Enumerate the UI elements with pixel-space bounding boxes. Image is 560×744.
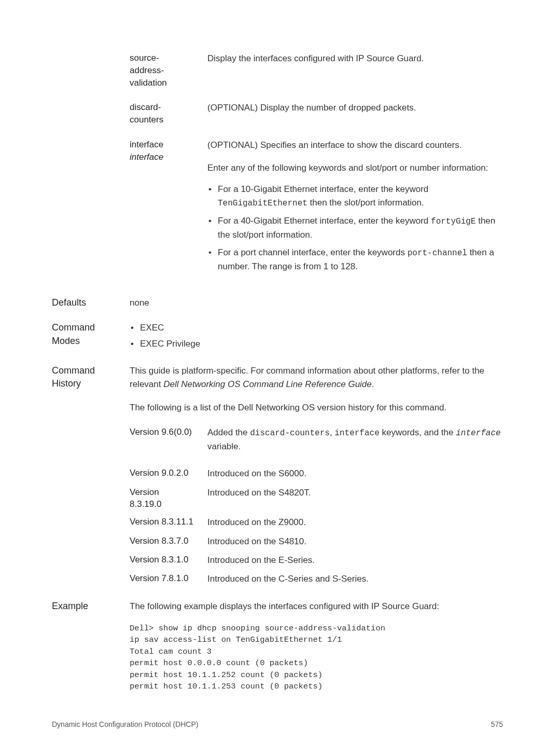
command-history-content: This guide is platform-specific. For com… bbox=[130, 364, 503, 586]
version-row: Version 8.3.19.0 Introduced on the S4820… bbox=[130, 486, 503, 511]
footer-page-number: 575 bbox=[491, 720, 503, 728]
list-item: EXEC Privilege bbox=[130, 337, 503, 351]
example-content: The following example displays the inter… bbox=[130, 600, 503, 693]
param-label: discard- counters bbox=[130, 101, 207, 126]
param-discard-counters: discard- counters (OPTIONAL) Display the… bbox=[130, 101, 503, 126]
param-label-line-italic: interface bbox=[130, 151, 207, 163]
list-item: EXEC bbox=[130, 321, 503, 335]
param-source-address-validation: source- address- validation Display the … bbox=[130, 52, 503, 89]
command-modes-content: EXEC EXEC Privilege bbox=[130, 321, 503, 353]
list-item: For a port channel interface, enter the … bbox=[207, 246, 503, 273]
param-label-line: address- bbox=[130, 64, 207, 77]
version-label: Version 8.3.11.1 bbox=[130, 516, 207, 528]
command-modes-row: Command Modes EXEC EXEC Privilege bbox=[52, 321, 503, 353]
label-line: Command bbox=[52, 364, 130, 377]
version-label-line: Version bbox=[130, 486, 207, 499]
param-label-line: discard- bbox=[130, 101, 207, 114]
text-italic: Dell Networking OS Command Line Referenc… bbox=[163, 379, 372, 389]
version-label: Version 9.0.2.0 bbox=[130, 467, 207, 479]
version-row: Version 8.3.1.0 Introduced on the E-Seri… bbox=[130, 554, 503, 567]
version-desc: Added the discard-counters, interface ke… bbox=[207, 426, 503, 453]
history-para2: The following is a list of the Dell Netw… bbox=[130, 401, 503, 415]
command-history-row: Command History This guide is platform-s… bbox=[52, 364, 503, 586]
param-interface: interface interface (OPTIONAL) Specifies… bbox=[130, 139, 503, 278]
version-desc: Introduced on the C-Series and S-Series. bbox=[207, 572, 503, 586]
version-label-line: 8.3.19.0 bbox=[130, 498, 207, 511]
param-label-line: validation bbox=[130, 77, 207, 89]
version-row: Version 9.0.2.0 Introduced on the S6000. bbox=[130, 467, 503, 480]
list-item: For a 40-Gigabit Ethernet interface, ent… bbox=[207, 214, 503, 242]
param-label: interface interface bbox=[130, 139, 207, 278]
defaults-row: Defaults none bbox=[52, 296, 503, 310]
example-row: Example The following example displays t… bbox=[52, 600, 503, 693]
version-label: Version 9.6(0.0) bbox=[130, 426, 207, 438]
version-label: Version 8.3.7.0 bbox=[130, 535, 207, 547]
defaults-value: none bbox=[130, 296, 503, 310]
param-label-line: counters bbox=[130, 114, 207, 126]
version-row: Version 7.8.1.0 Introduced on the C-Seri… bbox=[130, 572, 503, 586]
text: , bbox=[330, 428, 334, 437]
text: Added the bbox=[207, 428, 250, 437]
command-history-label: Command History bbox=[52, 364, 130, 390]
page-footer: Dynamic Host Configuration Protocol (DHC… bbox=[52, 720, 503, 728]
code-text-italic: interface bbox=[456, 429, 500, 438]
code-text: port-channel bbox=[408, 249, 467, 258]
label-line: History bbox=[52, 377, 130, 390]
version-label: Version 8.3.1.0 bbox=[130, 554, 207, 566]
version-row: Version 8.3.11.1 Introduced on the Z9000… bbox=[130, 516, 503, 529]
label-line: Modes bbox=[52, 335, 130, 348]
param-desc-wrap: (OPTIONAL) Specifies an interface to sho… bbox=[207, 139, 503, 278]
text: variable. bbox=[207, 442, 241, 451]
command-modes-label: Command Modes bbox=[52, 321, 130, 347]
example-intro: The following example displays the inter… bbox=[130, 600, 503, 613]
label-line: Command bbox=[52, 321, 130, 334]
param-label-line: interface bbox=[130, 139, 207, 151]
text: For a 10-Gigabit Ethernet interface, ent… bbox=[218, 184, 428, 194]
example-code-block: Dell> show ip dhcp snooping source-addre… bbox=[130, 623, 503, 693]
text: then the slot/port information. bbox=[307, 198, 424, 208]
footer-left: Dynamic Host Configuration Protocol (DHC… bbox=[52, 720, 198, 728]
list-item: For a 10-Gigabit Ethernet interface, ent… bbox=[207, 183, 503, 210]
version-label: Version 7.8.1.0 bbox=[130, 572, 207, 585]
param-desc: (OPTIONAL) Specifies an interface to sho… bbox=[207, 139, 503, 152]
param-desc: (OPTIONAL) Display the number of dropped… bbox=[207, 101, 503, 126]
example-label: Example bbox=[52, 600, 130, 613]
version-desc: Introduced on the S4820T. bbox=[207, 486, 503, 500]
modes-list: EXEC EXEC Privilege bbox=[130, 321, 503, 351]
interface-options-list: For a 10-Gigabit Ethernet interface, ent… bbox=[207, 183, 503, 273]
code-text: interface bbox=[334, 429, 379, 438]
code-text: fortyGigE bbox=[431, 217, 475, 226]
text: For a 40-Gigabit Ethernet interface, ent… bbox=[218, 216, 431, 226]
code-text: discard-counters bbox=[250, 429, 330, 438]
version-row: Version 9.6(0.0) Added the discard-count… bbox=[130, 426, 503, 453]
text: . bbox=[372, 379, 374, 389]
text: For a port channel interface, enter the … bbox=[218, 247, 408, 257]
text: keywords, and the bbox=[380, 428, 456, 437]
param-label-line: source- bbox=[130, 52, 207, 64]
version-desc: Introduced on the Z9000. bbox=[207, 516, 503, 529]
code-text: TenGigabitEthernet bbox=[218, 199, 307, 208]
version-desc: Introduced on the S4810. bbox=[207, 535, 503, 548]
param-desc: Display the interfaces configured with I… bbox=[207, 52, 503, 89]
version-label: Version 8.3.19.0 bbox=[130, 486, 207, 511]
history-para1: This guide is platform-specific. For com… bbox=[130, 364, 503, 392]
param-label: source- address- validation bbox=[130, 52, 207, 89]
defaults-label: Defaults bbox=[52, 296, 130, 309]
param-desc-extra: Enter any of the following keywords and … bbox=[207, 161, 503, 175]
version-row: Version 8.3.7.0 Introduced on the S4810. bbox=[130, 535, 503, 548]
version-desc: Introduced on the E-Series. bbox=[207, 554, 503, 567]
version-desc: Introduced on the S6000. bbox=[207, 467, 503, 480]
